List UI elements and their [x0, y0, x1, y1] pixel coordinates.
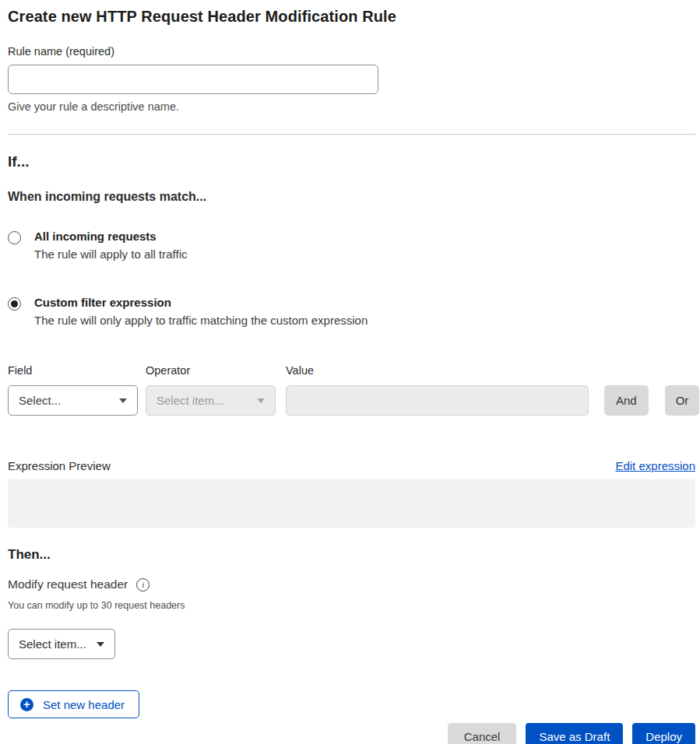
rule-name-label: Rule name (required) [8, 45, 695, 58]
radio-description: The rule will only apply to traffic matc… [34, 314, 368, 327]
field-label: Field [8, 364, 138, 377]
radio-button-icon[interactable] [8, 231, 21, 244]
footer-actions: Cancel Save as Draft Deploy [8, 723, 695, 744]
match-subheading: When incoming requests match... [8, 190, 695, 204]
chevron-down-icon [119, 398, 127, 403]
modify-header-helper: You can modify up to 30 request headers [8, 600, 695, 611]
expression-preview-label: Expression Preview [8, 459, 111, 472]
operator-select[interactable]: Select item... [146, 385, 276, 416]
info-icon[interactable]: i [136, 578, 149, 591]
field-select[interactable]: Select... [8, 385, 138, 416]
rule-name-helper: Give your rule a descriptive name. [8, 100, 695, 113]
radio-label: Custom filter expression [34, 296, 368, 309]
radio-option-custom-filter[interactable]: Custom filter expression The rule will o… [8, 296, 695, 327]
cancel-button[interactable]: Cancel [448, 723, 517, 744]
value-label: Value [286, 364, 589, 377]
operator-label: Operator [146, 364, 276, 377]
modify-request-header-label: Modify request header [8, 577, 128, 591]
plus-icon: + [20, 698, 33, 711]
page-title: Create new HTTP Request Header Modificat… [8, 8, 695, 26]
chevron-down-icon [97, 642, 104, 647]
section-divider [8, 134, 695, 135]
value-input[interactable] [286, 385, 589, 416]
deploy-button[interactable]: Deploy [632, 723, 695, 744]
edit-expression-link[interactable]: Edit expression [615, 459, 695, 472]
field-select-value: Select... [19, 394, 61, 407]
save-as-draft-button[interactable]: Save as Draft [526, 723, 623, 744]
set-new-header-label: Set new header [43, 698, 125, 711]
create-rule-form: Create new HTTP Request Header Modificat… [0, 0, 700, 744]
rule-name-input[interactable] [8, 65, 378, 94]
radio-description: The rule will apply to all traffic [34, 247, 187, 261]
expression-builder-row: Field Select... Operator Select item... … [8, 364, 695, 416]
expression-preview-box [8, 479, 695, 528]
chevron-down-icon [257, 398, 265, 403]
operator-select-value: Select item... [157, 394, 224, 407]
or-button[interactable]: Or [665, 385, 700, 416]
set-new-header-button[interactable]: + Set new header [8, 690, 139, 718]
if-heading: If... [8, 153, 695, 170]
radio-option-all-incoming[interactable]: All incoming requests The rule will appl… [8, 230, 695, 261]
radio-label: All incoming requests [34, 230, 187, 243]
header-item-select-value: Select item... [19, 637, 86, 651]
radio-button-icon-selected[interactable] [8, 297, 21, 311]
and-button[interactable]: And [604, 385, 649, 416]
header-item-select[interactable]: Select item... [8, 629, 115, 659]
then-heading: Then... [8, 547, 695, 563]
